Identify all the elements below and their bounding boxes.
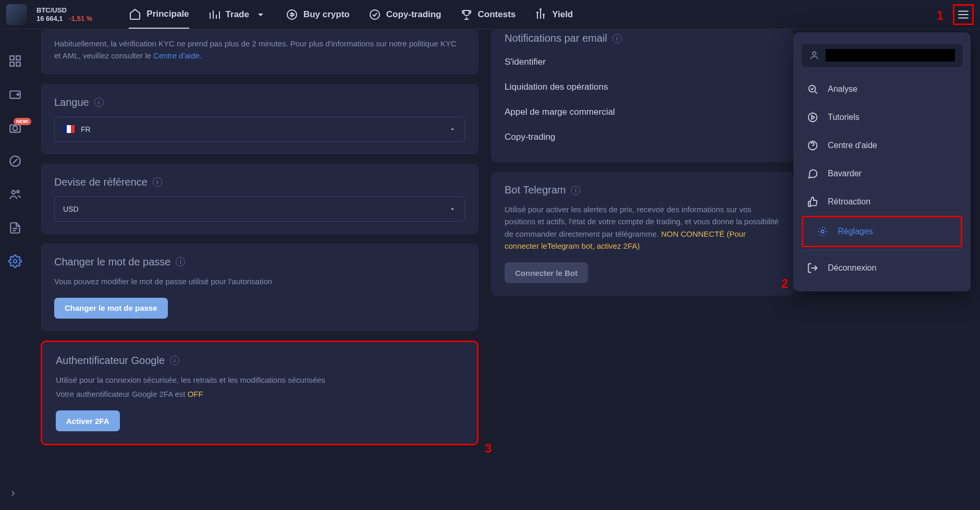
home-icon: [129, 8, 141, 20]
info-icon[interactable]: i: [153, 177, 162, 187]
dropdown-retroaction[interactable]: Rétroaction: [793, 188, 971, 216]
info-icon[interactable]: i: [170, 356, 179, 365]
notif-item-liquidation[interactable]: Liquidation des opérations: [505, 75, 780, 100]
ticker-change: -1,51 %: [69, 15, 93, 22]
currency-value: USD: [63, 205, 79, 213]
svg-rect-7: [10, 62, 14, 66]
notif-item-login[interactable]: S'identifier: [505, 50, 780, 75]
language-select[interactable]: FR: [54, 117, 465, 142]
info-icon[interactable]: i: [94, 98, 104, 107]
chevron-down-icon: [449, 126, 456, 133]
trophy-icon: [460, 8, 473, 21]
svg-point-19: [808, 113, 817, 122]
ticker-pair: BTC/USD: [36, 6, 92, 14]
dropdown-tutoriels[interactable]: Tutoriels: [793, 103, 971, 131]
svg-point-21: [821, 230, 824, 233]
dropdown-label: Centre d'aide: [828, 141, 877, 150]
nav-copy-trading[interactable]: Copy-trading: [369, 1, 442, 28]
gear-icon: [817, 226, 828, 237]
svg-rect-5: [10, 56, 14, 60]
buy-icon: [286, 8, 298, 21]
svg-point-2: [537, 12, 538, 13]
dropdown-user-row[interactable]: [802, 44, 962, 67]
dropdown-reglages[interactable]: Réglages: [802, 216, 962, 247]
nav-contests[interactable]: Contests: [460, 1, 516, 28]
language-title: Langue: [54, 96, 89, 108]
app-logo[interactable]: [6, 4, 27, 25]
gear-icon: [8, 254, 22, 268]
svg-rect-6: [16, 56, 20, 60]
annotation-3: 3: [485, 441, 492, 456]
copy-trading-icon: [369, 8, 381, 21]
nav-label: Contests: [478, 9, 516, 20]
dropdown-bavarder[interactable]: Bavarder: [793, 160, 971, 188]
kyc-desc: Habituellement, la vérification KYC ne p…: [54, 39, 457, 60]
dropdown-label: Réglages: [838, 227, 873, 236]
enable-2fa-button[interactable]: Activer 2FA: [56, 410, 120, 431]
change-password-button[interactable]: Changer le mot de passe: [54, 298, 168, 319]
rail-expand[interactable]: [8, 489, 18, 500]
divider: [802, 250, 962, 251]
google-2fa-card: Authentificateur Google i Utilisé pour l…: [41, 341, 479, 446]
telegram-title: Bot Telegram: [505, 184, 566, 196]
percent-icon: [8, 154, 22, 168]
nav-buy-crypto[interactable]: Buy crypto: [286, 1, 350, 28]
currency-title: Devise de référence: [54, 176, 148, 188]
chevron-right-icon: [8, 489, 18, 498]
g2fa-desc1: Utilisé pour la connexion sécurisée, les…: [56, 374, 463, 386]
rail-docs[interactable]: [8, 221, 22, 235]
dropdown-label: Analyse: [828, 84, 858, 94]
rail-dashboard[interactable]: [8, 54, 22, 68]
chart-icon: [208, 8, 220, 21]
top-nav: BTC/USD 16 664,1 -1,51 % Principale Trad…: [0, 0, 980, 29]
kyc-suffix: .: [200, 51, 202, 60]
password-card: Changer le mot de passe i Vous pouvez mo…: [41, 244, 479, 331]
chat-icon: [807, 168, 818, 179]
kyc-help-link[interactable]: Centre d'aide: [153, 51, 200, 60]
dropdown-deconnexion[interactable]: Déconnexion: [793, 254, 971, 282]
kyc-card: Habituellement, la vérification KYC ne p…: [41, 29, 479, 75]
notifications-title: Notifications par email: [505, 32, 607, 44]
nav-label: Copy-trading: [386, 9, 442, 20]
rail-promo[interactable]: NEW!: [8, 121, 22, 135]
analyse-icon: [807, 83, 818, 95]
help-icon: [807, 140, 818, 151]
dropdown-label: Bavarder: [828, 169, 862, 178]
nav-label: Principale: [146, 9, 189, 19]
svg-point-12: [13, 126, 18, 131]
svg-point-16: [14, 260, 17, 263]
currency-select[interactable]: USD: [54, 197, 465, 222]
nav-label: Yield: [552, 9, 573, 20]
grid-icon: [8, 54, 22, 68]
rail-settings[interactable]: [8, 254, 22, 268]
notif-item-margin[interactable]: Appel de marge commercial: [505, 100, 780, 125]
rail-wallet[interactable]: [8, 88, 22, 101]
email-notifications-card: Notifications par email i S'identifier L…: [491, 29, 793, 162]
language-value: FR: [81, 125, 91, 133]
rail-rewards[interactable]: [8, 154, 22, 168]
thumbs-up-icon: [807, 196, 818, 208]
svg-point-17: [813, 52, 816, 55]
svg-point-1: [370, 10, 379, 19]
dropdown-aide[interactable]: Centre d'aide: [793, 131, 971, 160]
annotation-2: 2: [781, 276, 788, 291]
connect-bot-button[interactable]: Connecter le Bot: [505, 262, 588, 283]
info-icon[interactable]: i: [571, 186, 580, 195]
yield-icon: [534, 8, 547, 21]
svg-point-3: [540, 9, 541, 10]
nav-yield[interactable]: Yield: [534, 1, 573, 28]
notif-item-copytrading[interactable]: Copy-trading: [505, 125, 780, 150]
ticker[interactable]: BTC/USD 16 664,1 -1,51 %: [36, 6, 92, 22]
info-icon[interactable]: i: [612, 34, 622, 43]
info-icon[interactable]: i: [176, 257, 185, 266]
g2fa-desc2: Votre authentificateur Google 2FA est: [56, 390, 188, 398]
dropdown-analyse[interactable]: Analyse: [793, 75, 971, 103]
nav-principale[interactable]: Principale: [129, 1, 189, 29]
nav-trade[interactable]: Trade: [208, 1, 267, 28]
rail-referral[interactable]: [8, 188, 22, 201]
hamburger-menu[interactable]: [953, 4, 974, 25]
nav-label: Buy crypto: [303, 9, 350, 20]
flag-fr-icon: [63, 125, 75, 133]
play-icon: [807, 112, 818, 123]
g2fa-status: OFF: [188, 390, 203, 398]
